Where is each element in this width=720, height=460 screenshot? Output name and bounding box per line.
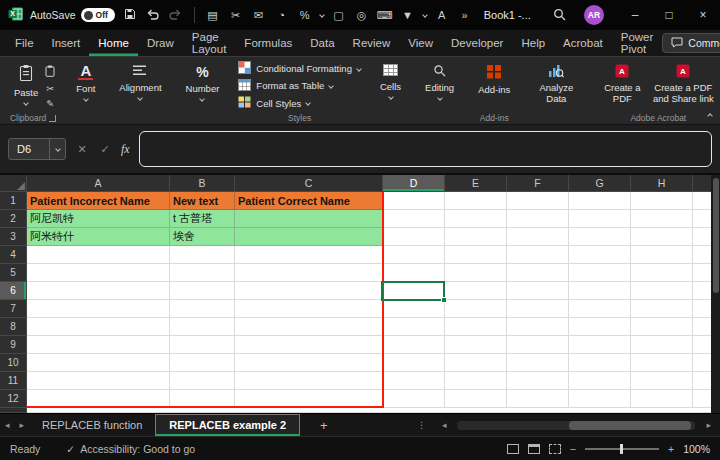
cell-D10[interactable] [383, 354, 445, 372]
cell-styles-button[interactable]: Cell Styles [238, 96, 361, 111]
col-header-H[interactable]: H [631, 175, 693, 192]
cell-F11[interactable] [507, 372, 569, 390]
percent-style-icon[interactable]: % [297, 9, 313, 21]
name-box[interactable]: D6 [8, 138, 66, 160]
cell-E6[interactable] [445, 282, 507, 300]
cell-F10[interactable] [507, 354, 569, 372]
insert-function-button[interactable]: fx [121, 142, 130, 157]
analyze-data-button[interactable]: Analyze Data [529, 61, 583, 111]
cell-E7[interactable] [445, 300, 507, 318]
cell-B11[interactable] [170, 372, 235, 390]
save-icon[interactable] [122, 8, 138, 22]
close-button[interactable]: × [686, 0, 720, 30]
comments-button[interactable]: Comments [662, 33, 720, 53]
cell-D4[interactable] [383, 246, 445, 264]
cell-E12[interactable] [445, 390, 507, 408]
cell-A11[interactable] [27, 372, 170, 390]
redo-icon[interactable] [168, 9, 184, 22]
cell-G6[interactable] [569, 282, 631, 300]
addins-button[interactable]: Add-ins [473, 61, 515, 111]
cut-small-icon[interactable]: ✂ [43, 83, 57, 94]
maximize-button[interactable]: □ [652, 0, 686, 30]
cell-H9[interactable] [631, 336, 693, 354]
autosave-toggle[interactable]: Off [81, 8, 115, 22]
row-header-3[interactable]: 3 [0, 228, 27, 246]
conditional-formatting-button[interactable]: Conditional Formatting [238, 61, 361, 76]
cell-G4[interactable] [569, 246, 631, 264]
cell-D3[interactable] [383, 228, 445, 246]
cell-C6[interactable] [235, 282, 383, 300]
document-icon[interactable]: ▢ [331, 9, 347, 22]
tab-data[interactable]: Data [301, 30, 343, 56]
cell-H11[interactable] [631, 372, 693, 390]
cell-D1[interactable] [383, 192, 445, 210]
undo-icon[interactable] [145, 9, 161, 22]
tab-help[interactable]: Help [512, 30, 554, 56]
cell-C1[interactable]: Patient Correct Name [235, 192, 383, 210]
cell-B9[interactable] [170, 336, 235, 354]
minimize-button[interactable]: – [618, 0, 652, 30]
tab-file[interactable]: File [6, 30, 43, 56]
cell-H8[interactable] [631, 318, 693, 336]
row-header-8[interactable]: 8 [0, 318, 27, 336]
cell-G2[interactable] [569, 210, 631, 228]
col-header-D[interactable]: D [383, 175, 445, 192]
cell-B7[interactable] [170, 300, 235, 318]
cell-E8[interactable] [445, 318, 507, 336]
cell-C8[interactable] [235, 318, 383, 336]
cell-F12[interactable] [507, 390, 569, 408]
zoom-slider[interactable] [585, 448, 659, 450]
cell-F6[interactable] [507, 282, 569, 300]
chevron-down-icon[interactable] [319, 12, 325, 18]
hscroll-right-icon[interactable]: ▸ [701, 420, 716, 430]
cell-G12[interactable] [569, 390, 631, 408]
filter-icon[interactable]: ▼ [400, 9, 416, 21]
add-sheet-button[interactable]: + [310, 414, 338, 436]
row-header-4[interactable]: 4 [0, 246, 27, 264]
cell-D12[interactable] [383, 390, 445, 408]
cell-G11[interactable] [569, 372, 631, 390]
cell-A4[interactable] [27, 246, 170, 264]
accessibility-status[interactable]: ✓ Accessibility: Good to go [66, 443, 195, 455]
cell-H3[interactable] [631, 228, 693, 246]
sheet-nav-left-icon[interactable]: ◂ [0, 414, 15, 436]
tab-draw[interactable]: Draw [138, 30, 183, 56]
cell-G8[interactable] [569, 318, 631, 336]
cell-E3[interactable] [445, 228, 507, 246]
row-header-6[interactable]: 6 [0, 282, 27, 300]
chevron-down-icon[interactable] [422, 12, 428, 18]
cell-A9[interactable] [27, 336, 170, 354]
cell-H4[interactable] [631, 246, 693, 264]
cell-B2[interactable]: t 古普塔 [170, 210, 235, 228]
formula-input[interactable] [139, 131, 712, 167]
row-header-5[interactable]: 5 [0, 264, 27, 282]
font-quick-icon[interactable]: A [434, 9, 450, 21]
cell-F8[interactable] [507, 318, 569, 336]
sheet-nav-right-icon[interactable]: ▸ [15, 414, 30, 436]
cell-G3[interactable] [569, 228, 631, 246]
normal-view-icon[interactable] [507, 444, 519, 454]
keyboard-icon[interactable]: ⌨ [377, 9, 393, 22]
create-pdf-share-button[interactable]: A Create a PDF and Share link [647, 61, 719, 111]
cell-C5[interactable] [235, 264, 383, 282]
cell-H10[interactable] [631, 354, 693, 372]
mail-icon[interactable]: ✉ [251, 9, 267, 22]
zoom-slider-thumb[interactable] [620, 444, 623, 454]
row-header-1[interactable]: 1 [0, 192, 27, 210]
more-options-icon[interactable]: ⋮ [412, 420, 431, 430]
cell-B1[interactable]: New text [170, 192, 235, 210]
cut-icon[interactable]: ✂ [228, 9, 244, 22]
cell-H1[interactable] [631, 192, 693, 210]
col-header-F[interactable]: F [507, 175, 569, 192]
overflow-icon[interactable]: » [457, 9, 473, 21]
cell-F5[interactable] [507, 264, 569, 282]
cell-C2[interactable] [235, 210, 383, 228]
col-header-G[interactable]: G [569, 175, 631, 192]
target-icon[interactable]: ◎ [354, 9, 370, 22]
tab-formulas[interactable]: Formulas [235, 30, 301, 56]
cell-C3[interactable] [235, 228, 383, 246]
cell-G9[interactable] [569, 336, 631, 354]
cell-G5[interactable] [569, 264, 631, 282]
cell-C11[interactable] [235, 372, 383, 390]
search-icon[interactable] [553, 8, 566, 23]
